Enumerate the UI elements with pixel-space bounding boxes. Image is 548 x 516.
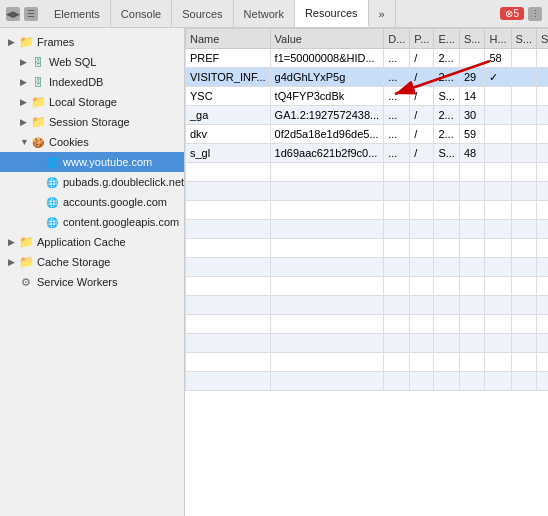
col-s[interactable]: S... bbox=[459, 29, 485, 49]
tab-network[interactable]: Network bbox=[234, 0, 295, 27]
table-row[interactable]: VISITOR_INF...g4dGhLYxP5g.../2...29✓ bbox=[186, 68, 549, 87]
table-cell bbox=[459, 296, 485, 315]
table-cell bbox=[186, 353, 271, 372]
table-row[interactable] bbox=[186, 163, 549, 182]
table-cell: S... bbox=[434, 87, 460, 106]
table-cell bbox=[537, 49, 548, 68]
sidebar-item-serviceworkers[interactable]: ⚙ Service Workers bbox=[0, 272, 184, 292]
error-badge: ⊗5 bbox=[500, 7, 524, 20]
table-cell bbox=[537, 182, 548, 201]
col-d[interactable]: D... bbox=[384, 29, 410, 49]
table-row[interactable] bbox=[186, 277, 549, 296]
table-row[interactable]: YSCtQ4FYP3cdBk.../S...14 bbox=[186, 87, 549, 106]
table-cell: dkv bbox=[186, 125, 271, 144]
table-cell bbox=[270, 220, 384, 239]
table-cell bbox=[434, 258, 460, 277]
sidebar-item-frames[interactable]: ▶ 📁 Frames bbox=[0, 32, 184, 52]
table-cell: PREF bbox=[186, 49, 271, 68]
sidebar-item-google[interactable]: 🌐 accounts.google.com bbox=[0, 192, 184, 212]
tab-sources[interactable]: Sources bbox=[172, 0, 233, 27]
table-cell bbox=[485, 277, 511, 296]
table-row[interactable] bbox=[186, 315, 549, 334]
table-row[interactable] bbox=[186, 372, 549, 391]
local-storage-icon: 📁 bbox=[30, 95, 46, 109]
cachestorage-arrow: ▶ bbox=[8, 257, 18, 267]
col-s2[interactable]: S... bbox=[511, 29, 537, 49]
table-cell bbox=[485, 372, 511, 391]
table-cell: ... bbox=[384, 68, 410, 87]
table-panel: Name Value D... P... E... S... H... S...… bbox=[185, 28, 548, 516]
sidebar-item-googleapis[interactable]: 🌐 content.googleapis.com bbox=[0, 212, 184, 232]
table-container[interactable]: Name Value D... P... E... S... H... S...… bbox=[185, 28, 548, 516]
col-h[interactable]: H... bbox=[485, 29, 511, 49]
table-cell bbox=[410, 296, 434, 315]
table-row[interactable] bbox=[186, 201, 549, 220]
col-e[interactable]: E... bbox=[434, 29, 460, 49]
sidebar-item-appcache[interactable]: ▶ 📁 Application Cache bbox=[0, 232, 184, 252]
sidebar-item-cookies[interactable]: ▼ 🍪 Cookies bbox=[0, 132, 184, 152]
sidebar-item-google-label: accounts.google.com bbox=[63, 196, 180, 208]
session-storage-arrow: ▶ bbox=[20, 117, 30, 127]
col-name[interactable]: Name bbox=[186, 29, 271, 49]
table-row[interactable]: PREFf1=50000008&HID....../2...58 bbox=[186, 49, 549, 68]
table-cell bbox=[434, 277, 460, 296]
tab-more[interactable]: » bbox=[369, 0, 396, 27]
table-cell bbox=[410, 353, 434, 372]
table-cell bbox=[186, 220, 271, 239]
sidebar-item-cachestorage[interactable]: ▶ 📁 Cache Storage bbox=[0, 252, 184, 272]
sidebar-item-indexeddb[interactable]: ▶ 🗄 IndexedDB bbox=[0, 72, 184, 92]
table-row[interactable]: s_gl1d69aac621b2f9c0....../S...48 bbox=[186, 144, 549, 163]
table-cell: f1=50000008&HID... bbox=[270, 49, 384, 68]
main-panel: ▶ 📁 Frames ▶ 🗄 Web SQL ▶ 🗄 IndexedDB ▶ 📁… bbox=[0, 28, 548, 516]
table-cell bbox=[511, 106, 537, 125]
table-cell: ... bbox=[384, 87, 410, 106]
table-cell bbox=[384, 201, 410, 220]
table-row[interactable] bbox=[186, 239, 549, 258]
table-cell: 59 bbox=[459, 125, 485, 144]
settings-icon[interactable]: ⋮ bbox=[528, 7, 542, 21]
table-cell bbox=[459, 163, 485, 182]
table-row[interactable] bbox=[186, 296, 549, 315]
table-row[interactable] bbox=[186, 258, 549, 277]
menu-icon[interactable]: ☰ bbox=[24, 7, 38, 21]
table-row[interactable] bbox=[186, 182, 549, 201]
col-value[interactable]: Value bbox=[270, 29, 384, 49]
sidebar-item-doubleclick-label: pubads.g.doubleclick.net bbox=[63, 176, 184, 188]
tab-elements[interactable]: Elements bbox=[44, 0, 111, 27]
col-p[interactable]: P... bbox=[410, 29, 434, 49]
table-row[interactable]: _gaGA1.2:1927572438....../2...30 bbox=[186, 106, 549, 125]
table-cell: / bbox=[410, 144, 434, 163]
sidebar-item-indexeddb-label: IndexedDB bbox=[49, 76, 180, 88]
back-forward-icon[interactable]: ◀▶ bbox=[6, 7, 20, 21]
table-row[interactable] bbox=[186, 353, 549, 372]
table-cell bbox=[434, 239, 460, 258]
table-cell bbox=[186, 372, 271, 391]
sidebar-item-youtube[interactable]: 🌐 www.youtube.com bbox=[0, 152, 184, 172]
table-cell bbox=[511, 182, 537, 201]
table-cell bbox=[270, 163, 384, 182]
sidebar-item-doubleclick[interactable]: 🌐 pubads.g.doubleclick.net bbox=[0, 172, 184, 192]
tab-console[interactable]: Console bbox=[111, 0, 172, 27]
sidebar-item-local-storage[interactable]: ▶ 📁 Local Storage bbox=[0, 92, 184, 112]
table-cell bbox=[459, 239, 485, 258]
table-cell bbox=[270, 239, 384, 258]
sidebar-item-session-storage-label: Session Storage bbox=[49, 116, 180, 128]
table-row[interactable] bbox=[186, 220, 549, 239]
table-cell bbox=[485, 201, 511, 220]
google-page-icon: 🌐 bbox=[44, 195, 60, 209]
table-row[interactable] bbox=[186, 334, 549, 353]
table-cell bbox=[537, 220, 548, 239]
tab-resources[interactable]: Resources bbox=[295, 0, 369, 27]
col-s3[interactable]: S... bbox=[537, 29, 548, 49]
indexeddb-icon: 🗄 bbox=[30, 75, 46, 89]
table-cell bbox=[537, 68, 548, 87]
table-cell: 14 bbox=[459, 87, 485, 106]
table-cell: ... bbox=[384, 49, 410, 68]
sidebar-item-websql[interactable]: ▶ 🗄 Web SQL bbox=[0, 52, 184, 72]
table-cell bbox=[410, 239, 434, 258]
table-cell bbox=[186, 277, 271, 296]
table-cell bbox=[459, 277, 485, 296]
sidebar-item-session-storage[interactable]: ▶ 📁 Session Storage bbox=[0, 112, 184, 132]
table-row[interactable]: dkv0f2d5a18e1d96de5....../2...59 bbox=[186, 125, 549, 144]
table-cell bbox=[537, 144, 548, 163]
